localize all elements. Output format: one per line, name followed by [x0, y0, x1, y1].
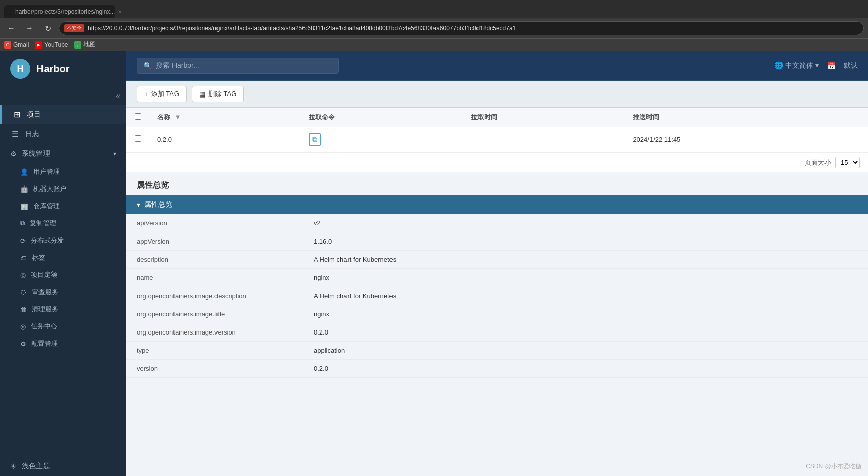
- sidebar-item-config-mgmt[interactable]: ⚙ 配置管理: [0, 335, 126, 352]
- theme-icon: ☀: [10, 462, 17, 470]
- sidebar-item-robot-accounts-label: 机器人账户: [33, 184, 66, 194]
- add-icon: +: [144, 90, 148, 98]
- tag-table-container: 名称 ▼ 拉取命令 拉取时间 推送时间: [126, 108, 868, 172]
- active-tab[interactable]: harbor/projects/3/repositories/nginx... …: [4, 5, 115, 18]
- sidebar-item-robot-accounts[interactable]: 🤖 机器人账户: [0, 180, 126, 198]
- page-size-select[interactable]: 15 25 50: [835, 157, 860, 168]
- prop-value-oci-version: 0.2.0: [303, 323, 868, 341]
- col-push-time: 推送时间: [625, 108, 868, 127]
- search-bar[interactable]: 🔍 搜索 Harbor...: [137, 58, 339, 74]
- forward-button[interactable]: →: [22, 21, 36, 35]
- insecure-badge: 不安全: [64, 24, 84, 32]
- prop-key-oci-description: org.opencontainers.image.description: [126, 287, 303, 305]
- gmail-icon: G: [4, 41, 11, 49]
- prop-key-version: version: [126, 360, 303, 377]
- row-pull-cmd-cell: ⧉: [300, 127, 462, 152]
- prop-value-appVersion: 1.16.0: [303, 232, 868, 250]
- bookmark-youtube[interactable]: ▶ YouTube: [35, 41, 68, 49]
- sidebar-item-tags[interactable]: 🏷 标签: [0, 249, 126, 266]
- add-tag-button[interactable]: + 添加 TAG: [137, 86, 187, 102]
- col-pull-cmd: 拉取命令: [300, 108, 462, 127]
- filter-icon[interactable]: ▼: [175, 113, 181, 121]
- col-pull-time: 拉取时间: [463, 108, 625, 127]
- bookmarks-bar: G Gmail ▶ YouTube 📍 地图: [0, 38, 868, 51]
- copy-pull-cmd-button[interactable]: ⧉: [309, 133, 321, 146]
- youtube-icon: ▶: [35, 41, 42, 49]
- sidebar-item-distributed[interactable]: ⟳ 分布式分发: [0, 232, 126, 249]
- language-selector[interactable]: 🌐 中文简体 ▾: [774, 61, 819, 70]
- row-checkbox-cell: [126, 127, 149, 152]
- row-pull-time-cell: [463, 127, 625, 152]
- app-header: 🔍 搜索 Harbor... 🌐 中文简体 ▾ 📅 默认: [126, 51, 868, 81]
- logo-icon: H: [10, 59, 30, 79]
- prop-key-apiVersion: apiVersion: [126, 214, 303, 232]
- watermark: CSDN @小布爱吃糖.: [806, 462, 863, 471]
- back-button[interactable]: ←: [4, 21, 18, 35]
- sidebar-item-audit-service-label: 审查服务: [32, 288, 58, 297]
- row-checkbox[interactable]: [135, 135, 141, 142]
- tab-close-icon[interactable]: ✕: [118, 9, 122, 15]
- prop-key-name: name: [126, 269, 303, 287]
- app: H Harbor « ⊞ 项目 ☰ 日志 ⚙ 系统管理 ▾ 👤 用户管理 🤖 机…: [0, 51, 868, 476]
- sidebar-item-project-quota[interactable]: ◎ 项目定额: [0, 266, 126, 283]
- audit-service-icon: 🛡: [20, 289, 27, 296]
- prop-value-apiVersion: v2: [303, 214, 868, 232]
- tab-title: harbor/projects/3/repositories/nginx...: [15, 8, 115, 15]
- bookmark-gmail[interactable]: G Gmail: [4, 41, 29, 49]
- main-content: 🔍 搜索 Harbor... 🌐 中文简体 ▾ 📅 默认 + 添加 TAG: [126, 51, 868, 476]
- prop-value-description: A Helm chart for Kubernetes: [303, 251, 868, 268]
- prop-key-oci-version: org.opencontainers.image.version: [126, 323, 303, 341]
- user-mgmt-icon: 👤: [20, 168, 28, 176]
- sidebar-item-task-center-label: 任务中心: [31, 322, 57, 331]
- page-size-label: 页面大小: [805, 158, 831, 167]
- select-all-checkbox[interactable]: [135, 113, 141, 120]
- sidebar-item-config-mgmt-label: 配置管理: [31, 339, 58, 348]
- prop-key-appVersion: appVersion: [126, 232, 303, 250]
- sidebar-item-audit-service[interactable]: 🛡 审查服务: [0, 283, 126, 301]
- page-content: + 添加 TAG ▦ 删除 TAG: [126, 81, 868, 476]
- sidebar-item-logs-label: 日志: [25, 130, 39, 139]
- row-push-time-cell: 2024/1/22 11:45: [625, 127, 868, 152]
- sidebar-item-system-admin[interactable]: ⚙ 系统管理 ▾: [0, 144, 126, 163]
- projects-icon: ⊞: [12, 110, 22, 119]
- prop-key-oci-title: org.opencontainers.image.title: [126, 305, 303, 323]
- bookmark-maps[interactable]: 📍 地图: [74, 40, 96, 49]
- properties-group-header[interactable]: ▾ 属性总览: [126, 195, 868, 214]
- chevron-down-icon: ▾: [137, 201, 140, 209]
- properties-rows: apiVersion v2 appVersion 1.16.0: [126, 214, 868, 378]
- prop-row-type: type application: [126, 342, 868, 360]
- sidebar-item-clean-service[interactable]: 🗑 清理服务: [0, 301, 126, 318]
- sidebar-item-copy-mgmt[interactable]: ⧉ 复制管理: [0, 215, 126, 232]
- chevron-down-icon: ▾: [113, 150, 116, 157]
- prop-row-version: version 0.2.0: [126, 360, 868, 378]
- task-center-icon: ◎: [20, 323, 26, 330]
- sidebar-item-distributed-label: 分布式分发: [31, 236, 64, 245]
- sidebar-item-project-quota-label: 项目定额: [31, 270, 57, 279]
- delete-tag-button[interactable]: ▦ 删除 TAG: [192, 86, 244, 102]
- action-bar: + 添加 TAG ▦ 删除 TAG: [126, 81, 868, 108]
- bookmark-youtube-label: YouTube: [44, 41, 68, 49]
- collapse-button[interactable]: «: [116, 91, 120, 101]
- sidebar-item-user-mgmt[interactable]: 👤 用户管理: [0, 163, 126, 180]
- tab-bar: harbor/projects/3/repositories/nginx... …: [0, 0, 868, 18]
- sidebar-collapse-area: «: [0, 87, 126, 105]
- properties-container: ▾ 属性总览 apiVersion v2: [126, 195, 868, 378]
- sidebar-item-logs[interactable]: ☰ 日志: [0, 124, 126, 144]
- tags-icon: 🏷: [20, 254, 27, 262]
- sidebar-item-task-center[interactable]: ◎ 任务中心: [0, 318, 126, 335]
- section-title: 属性总览: [126, 172, 868, 195]
- config-mgmt-icon: ⚙: [20, 340, 26, 348]
- prop-row-oci-version: org.opencontainers.image.version 0.2.0: [126, 323, 868, 342]
- prop-key-type: type: [126, 342, 303, 359]
- sidebar-item-warehouse-mgmt[interactable]: 🏢 仓库管理: [0, 198, 126, 215]
- prop-row-apiVersion: apiVersion v2: [126, 214, 868, 232]
- prop-row-description: description A Helm chart for Kubernetes: [126, 251, 868, 269]
- address-text: https://20.0.0.73/harbor/projects/3/repo…: [88, 25, 516, 32]
- sidebar-item-tags-label: 标签: [32, 253, 45, 262]
- sidebar-item-projects[interactable]: ⊞ 项目: [0, 105, 126, 124]
- pagination-row: 页面大小 15 25 50: [126, 152, 868, 172]
- nav-bar: ← → ↻ 不安全 https://20.0.0.73/harbor/proje…: [0, 18, 868, 38]
- address-bar[interactable]: 不安全 https://20.0.0.73/harbor/projects/3/…: [59, 21, 864, 35]
- reload-button[interactable]: ↻: [40, 21, 55, 35]
- sidebar-item-theme[interactable]: ☀ 浅色主题: [0, 457, 126, 476]
